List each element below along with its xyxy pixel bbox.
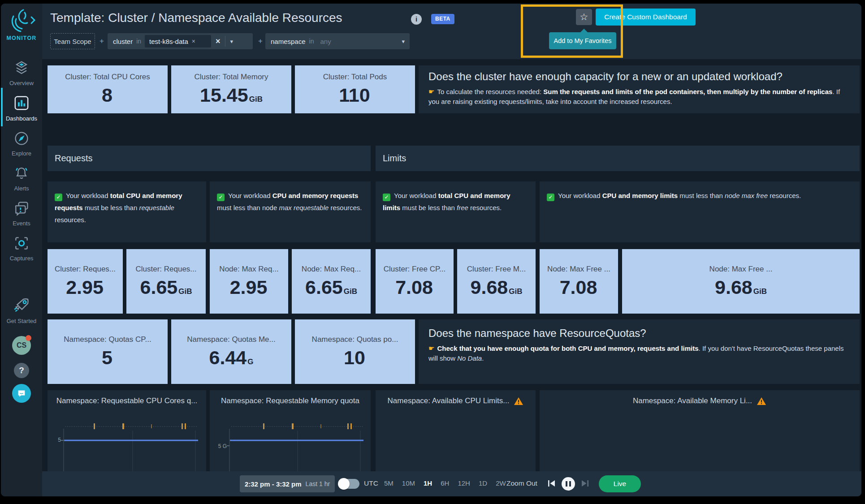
- metric-title: Cluster: Reques...: [135, 265, 196, 274]
- metric-title: Cluster: Total CPU Cores: [65, 73, 150, 82]
- main-area: Template: Cluster / Namespace Available …: [42, 4, 861, 496]
- sidebar-item-explore[interactable]: Explore: [1, 130, 42, 157]
- message-alert-icon: [13, 200, 30, 217]
- metric-panel: Namespace: Quotas CP... 5: [48, 319, 168, 384]
- sidebar-item-alerts[interactable]: Alerts: [1, 165, 42, 192]
- skip-forward-icon[interactable]: [581, 480, 589, 487]
- time-range-text: 2:32 pm - 3:32 pm: [245, 480, 302, 488]
- pointing-hand-icon: ☛: [428, 88, 434, 95]
- beta-badge: BETA: [431, 14, 454, 24]
- app-window: MONITOR Overview Dashboards: [1, 4, 861, 496]
- brand-label: MONITOR: [1, 35, 42, 41]
- metric-value: 5: [102, 347, 112, 369]
- metric-title: Node: Max Free ...: [709, 265, 773, 274]
- time-navigation-bar: 2:32 pm - 3:32 pm Last 1 hr UTC 5M 10M 1…: [42, 471, 861, 496]
- capture-icon: [13, 235, 30, 252]
- info-icon[interactable]: i: [411, 14, 422, 25]
- clear-filter-icon[interactable]: ×: [211, 37, 225, 46]
- create-custom-dashboard-button[interactable]: Create Custom Dashboard: [596, 9, 696, 26]
- metric-title: Cluster: Reques...: [55, 265, 116, 274]
- favorite-star-button[interactable]: ☆: [576, 9, 592, 25]
- namespace-filter-operator: in: [309, 38, 318, 45]
- section-header-requests: Requests: [48, 146, 371, 171]
- add-filter-plus[interactable]: +: [258, 37, 263, 46]
- metric-title: Node: Max Free ...: [547, 265, 610, 274]
- monitor-logo[interactable]: MONITOR: [1, 7, 42, 35]
- sidebar-item-overview[interactable]: Overview: [1, 60, 42, 86]
- chart-panel-available-cpu-limits[interactable]: Namespace: Available CPU Limits...: [376, 390, 536, 471]
- pause-button[interactable]: [562, 477, 575, 491]
- time-range-label: Last 1 hr: [306, 480, 330, 487]
- chevron-down-icon[interactable]: ▾: [225, 38, 238, 45]
- sidebar-label-alerts: Alerts: [1, 185, 42, 192]
- metric-panel: Node: Max Req... 6.65GiB: [292, 249, 371, 314]
- help-button[interactable]: ?: [14, 363, 29, 378]
- check-icon: ✓: [55, 194, 62, 201]
- chart-title: Namespace: Available Memory Li...: [633, 396, 752, 405]
- compass-icon: [13, 130, 30, 147]
- add-scope-plus[interactable]: +: [99, 37, 104, 46]
- zoom-out-button[interactable]: Zoom Out: [506, 479, 537, 487]
- namespace-filter-value[interactable]: any: [317, 38, 397, 45]
- metric-panel: Node: Max Req... 2.95: [210, 249, 288, 314]
- skip-back-icon[interactable]: [548, 480, 556, 487]
- metric-unit: GiB: [753, 287, 767, 296]
- section-header-limits: Limits: [376, 146, 860, 171]
- panel-body: ☛To calculate the resources needed: Sum …: [428, 87, 851, 107]
- metric-panel: Cluster: Reques... 6.65GiB: [126, 249, 206, 314]
- preset-10m[interactable]: 10M: [402, 479, 415, 487]
- metric-unit: GiB: [178, 287, 192, 296]
- sidebar-label-captures: Captures: [1, 255, 42, 262]
- metric-value: 6.65: [140, 276, 178, 298]
- cluster-filter-operator: in: [136, 38, 145, 45]
- namespace-filter-field: namespace: [265, 38, 309, 45]
- chart-panel-requestable-cpu[interactable]: Namespace: Requestable CPU Cores q... 5: [48, 390, 206, 471]
- line-chart: [210, 390, 371, 471]
- preset-1h[interactable]: 1H: [424, 479, 432, 487]
- namespace-quota-text-panel: Does the namespace have ResourceQuotas? …: [419, 319, 860, 384]
- page-title: Template: Cluster / Namespace Available …: [50, 11, 342, 25]
- team-scope-button[interactable]: Team Scope: [50, 33, 95, 49]
- preset-6h[interactable]: 6H: [441, 479, 449, 487]
- chart-panel-available-memory-limits[interactable]: Namespace: Available Memory Li...: [540, 390, 860, 471]
- utc-label: UTC: [364, 479, 378, 487]
- preset-1d[interactable]: 1D: [479, 479, 487, 487]
- time-presets: 5M 10M 1H 6H 12H 1D 2W: [384, 479, 506, 487]
- metric-value: 10: [344, 347, 365, 369]
- metric-title: Namespace: Quotas po...: [312, 335, 398, 344]
- utc-toggle[interactable]: [339, 479, 359, 489]
- check-text-panel: ✓Your workload CPU and memory requests m…: [210, 181, 371, 242]
- metric-title: Cluster: Total Pods: [323, 73, 387, 82]
- bar-chart-icon: [13, 94, 30, 112]
- metric-title: Cluster: Free M...: [467, 265, 526, 274]
- chevron-down-icon[interactable]: ▾: [397, 38, 410, 45]
- sidebar-item-events[interactable]: Events: [1, 200, 42, 227]
- preset-12h[interactable]: 12H: [458, 479, 470, 487]
- panel-heading: Does the namespace have ResourceQuotas?: [428, 327, 832, 340]
- cluster-filter-value[interactable]: test-k8s-data ×: [145, 35, 211, 47]
- metric-value: 6.65: [305, 276, 343, 298]
- metric-value: 9.68: [715, 276, 753, 298]
- check-text-panel: ✓Your workload total CPU and memory limi…: [376, 181, 536, 242]
- preset-2w[interactable]: 2W: [496, 479, 506, 487]
- pointing-hand-icon: ☛: [428, 345, 434, 352]
- live-button[interactable]: Live: [599, 475, 641, 492]
- namespace-filter-pill[interactable]: namespace in any ▾: [265, 33, 410, 49]
- metric-value: 6.44: [209, 347, 247, 369]
- cluster-filter-pill[interactable]: cluster in test-k8s-data × × ▾: [108, 33, 253, 49]
- remove-value-icon[interactable]: ×: [192, 38, 195, 45]
- chart-panel-requestable-memory[interactable]: Namespace: Requestable Memory quota 5 G: [210, 390, 371, 471]
- time-range-selector[interactable]: 2:32 pm - 3:32 pm Last 1 hr: [240, 475, 335, 492]
- check-icon: ✓: [547, 194, 554, 201]
- sidebar-item-captures[interactable]: Captures: [1, 235, 42, 262]
- support-chat-button[interactable]: [12, 384, 31, 403]
- metric-panel: Cluster: Reques... 2.95: [48, 249, 123, 314]
- toggle-knob: [338, 478, 350, 490]
- metric-value: 2.95: [230, 276, 268, 298]
- metric-panel: Cluster: Free M... 9.68GiB: [457, 249, 536, 314]
- sidebar-item-dashboards[interactable]: Dashboards: [1, 94, 42, 122]
- notification-dot: [26, 335, 31, 341]
- dashboard-grid: Cluster: Total CPU Cores 8 Cluster: Tota…: [42, 59, 861, 471]
- preset-5m[interactable]: 5M: [384, 479, 394, 487]
- sidebar-item-get-started[interactable]: Get Started: [1, 296, 42, 324]
